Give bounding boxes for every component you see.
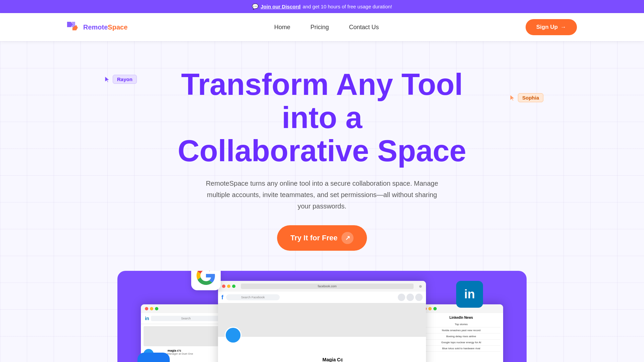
hero-title: Transform Any Tool into a Collaborative … [154, 68, 490, 168]
cta-label: Try It for Free [290, 234, 338, 242]
logo[interactable]: RemoteSpace [67, 22, 127, 33]
facebook-avatar [225, 327, 241, 344]
facebook-icon-float: f [138, 353, 170, 362]
nav-item-home[interactable]: Home [274, 24, 290, 31]
linkedin-logo: in [464, 287, 475, 301]
rayon-label: Rayon [113, 75, 137, 84]
signup-button[interactable]: Sign Up → [526, 19, 577, 35]
facebook-logo: f [151, 359, 156, 362]
linkedin-news-heading: LinkedIn News [422, 316, 500, 319]
maximize-dot-right [433, 307, 437, 310]
linkedin-banner [144, 326, 222, 346]
linkedin-search-bar: Search [151, 316, 221, 321]
window-controls-main [222, 285, 235, 288]
hero-subtitle: RemoteSpace turns any online tool into a… [205, 178, 439, 212]
news-item-1: Top stories [422, 321, 500, 327]
cta-arrow-icon: ↗ [341, 232, 354, 244]
nav-link-contact[interactable]: Contact Us [349, 24, 379, 31]
news-item-5: Blue lotus sold to hardware rival [422, 346, 500, 352]
minimize-dot-main [227, 285, 230, 288]
linkedin-header: in Search [141, 313, 225, 324]
browser-content-right: LinkedIn News Top stories Nvidia smashes… [419, 313, 503, 362]
cursor-rayon: Rayon [104, 75, 137, 84]
cursor-sophia-icon [509, 95, 516, 101]
cta-button[interactable]: Try It for Free ↗ [277, 225, 367, 251]
facebook-profile-info: Magia Cc 6 friends [218, 347, 426, 362]
linkedin-icon-float: in [456, 281, 483, 308]
signup-label: Sign Up [536, 24, 558, 31]
minimize-dot-right [428, 307, 432, 310]
top-banner: 💬 Join our Discord and get 10 hours of f… [0, 0, 644, 13]
close-dot-main [222, 285, 225, 288]
close-dot [145, 307, 148, 310]
banner-text: and get 10 hours of free usage duration! [303, 4, 392, 9]
browser-bar-main: facebook.com ⊕ [218, 281, 426, 292]
facebook-header: f Search Facebook [218, 292, 426, 303]
fb-icon-2 [407, 294, 414, 301]
url-bar: facebook.com [241, 284, 414, 289]
browser-bar-left [141, 304, 225, 313]
linkedin-name: magia c'c [156, 349, 193, 352]
browser-controls: ⊕ [419, 284, 422, 289]
window-controls-left [145, 307, 158, 310]
news-item-4: Google tops nuclear energy for AI [422, 340, 500, 346]
linkedin-logo-small: in [145, 316, 149, 321]
svg-marker-3 [105, 76, 109, 82]
nav-item-pricing[interactable]: Pricing [311, 24, 329, 31]
hero-title-line2: Collaborative Space [178, 134, 466, 168]
facebook-cover-photo [218, 303, 426, 337]
linkedin-news-container: LinkedIn News Top stories Nvidia smashes… [419, 313, 503, 354]
nav-item-contact[interactable]: Contact Us [349, 24, 379, 31]
cursor-sophia: Sophia [509, 93, 543, 102]
browser-content-main: f Search Facebook Magia Cc [218, 292, 426, 362]
facebook-search: Search Facebook [226, 294, 280, 300]
sophia-label: Sophia [518, 93, 543, 102]
browser-right: LinkedIn News Top stories Nvidia smashes… [419, 304, 503, 362]
hero-section: Rayon Sophia Transform Any Tool into a C… [0, 41, 644, 362]
cursor-rayon-icon [104, 76, 111, 83]
nav-links: Home Pricing Contact Us [274, 24, 379, 31]
nav-link-pricing[interactable]: Pricing [311, 24, 329, 31]
screenshot-area: in f in Search [117, 271, 527, 362]
signup-arrow-icon: → [560, 24, 566, 31]
fb-icon-1 [398, 294, 405, 301]
hero-title-line1: Transform Any Tool into a [181, 68, 463, 134]
fb-nav-icons [398, 294, 423, 301]
facebook-profile-name: Magia Cc [245, 357, 421, 362]
news-item-3: Boeing delay rises airline [422, 334, 500, 340]
facebook-logo-header: f [221, 294, 223, 301]
logo-icon [67, 22, 80, 33]
discord-icon: 💬 [252, 3, 259, 10]
maximize-dot-main [232, 285, 235, 288]
browser-main: facebook.com ⊕ f Search Facebook [218, 281, 426, 362]
google-icon-float [191, 271, 221, 290]
maximize-dot [155, 307, 158, 310]
discord-link[interactable]: Join our Discord [261, 4, 301, 9]
navbar: RemoteSpace Home Pricing Contact Us Sign… [0, 13, 644, 41]
google-logo [197, 271, 215, 285]
news-item-2: Nvidia smashes past new record [422, 327, 500, 334]
fb-icon-3 [415, 294, 423, 301]
svg-marker-4 [510, 95, 515, 101]
logo-text: RemoteSpace [83, 23, 127, 31]
nav-link-home[interactable]: Home [274, 24, 290, 31]
minimize-dot [150, 307, 153, 310]
